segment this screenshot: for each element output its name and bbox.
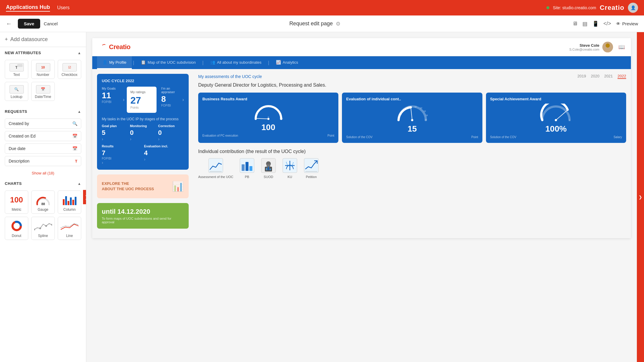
tab-my-profile[interactable]: 👤 My Profile	[97, 56, 132, 69]
svg-text:14: 14	[420, 107, 423, 109]
lookup-icon: 🔍	[10, 85, 24, 93]
requests-chevron[interactable]: ▲	[78, 110, 81, 114]
svg-text:88: 88	[41, 202, 45, 206]
svg-point-24	[411, 119, 413, 121]
plus-icon: +	[5, 36, 8, 43]
checkbox-attribute[interactable]: ☑ Checkbox	[58, 60, 81, 79]
suod-item[interactable]: SUOD	[261, 158, 276, 179]
panel-collapse-toggle[interactable]: ❯	[83, 190, 86, 204]
cancel-button[interactable]: Cancel	[44, 21, 58, 26]
show-all-button[interactable]: Show all (18)	[0, 168, 86, 178]
user-name: Steve Cole	[569, 43, 599, 48]
users-link[interactable]: Users	[57, 5, 70, 10]
monitoring-task[interactable]: Monitoring 0 ›	[130, 124, 156, 141]
preview-tabs: 👤 My Profile | 📋 Map of the UOC subdivis…	[92, 56, 631, 69]
my-goals-item[interactable]: My Goals 11 FOP/Bl	[102, 87, 121, 113]
due-date-field[interactable]: Due date 📅	[5, 143, 81, 154]
new-attributes-chevron[interactable]: ▲	[78, 51, 81, 55]
svg-rect-40	[268, 167, 269, 170]
site-status-indicator	[546, 6, 549, 9]
top-navigation: Applications Hub Users Site: studio.crea…	[0, 0, 644, 15]
spline-chart[interactable]: Spline	[31, 217, 55, 240]
year-2021[interactable]: 2021	[604, 74, 613, 79]
line-chart[interactable]: Line	[58, 217, 81, 240]
results-task[interactable]: Results 7 FOP/Bl ›	[102, 144, 142, 165]
gauge-chart[interactable]: 88 Gauge	[31, 191, 55, 214]
main-content: Creatio Steve Cole S.Cole@creatio.com 📖	[86, 32, 637, 362]
charts-chevron[interactable]: ▲	[78, 182, 81, 186]
svg-text:20: 20	[425, 119, 427, 121]
save-button[interactable]: Save	[18, 19, 40, 29]
svg-rect-32	[242, 164, 245, 171]
created-on-field[interactable]: Created on Ed 📅	[5, 131, 81, 141]
profile-icon: 👤	[102, 60, 107, 65]
settings-icon[interactable]: ⚙	[336, 21, 340, 27]
datetime-attribute[interactable]: 📅 Date/Time	[31, 82, 55, 101]
desktop-view-icon[interactable]: 🖥	[572, 21, 578, 27]
my-ratings-card[interactable]: My ratings 27 Points	[127, 87, 157, 113]
special-achievement-award[interactable]: Special Achievement Award 0 1	[486, 93, 626, 143]
add-datasource-button[interactable]: + Add datasource	[0, 32, 86, 47]
correction-task[interactable]: Correction 0 ›	[158, 124, 184, 141]
tab-uoc-subdivision[interactable]: 📋 Map of the UOC subdivision	[135, 56, 201, 69]
svg-point-5	[45, 225, 47, 227]
ku-label: KU	[287, 175, 292, 179]
year-2022[interactable]: 2022	[618, 74, 626, 79]
evaluation-task[interactable]: Evaluation incl. 4 ›	[144, 144, 184, 165]
main-layout: + Add datasource NEW ATTRIBUTES ▲ T Text…	[0, 32, 644, 362]
suod-icon	[261, 158, 276, 173]
checkbox-icon: ☑	[62, 63, 77, 71]
user-avatar-top[interactable]: 👤	[628, 3, 638, 13]
svg-text:0: 0	[268, 116, 269, 118]
award-cards: Business Results Award 0 100	[198, 93, 626, 143]
created-by-field[interactable]: Created by 🔍	[5, 118, 81, 129]
donut-chart[interactable]: Donut	[5, 217, 28, 240]
petition-label: Petition	[306, 175, 317, 179]
number-attribute[interactable]: 10 Number	[31, 60, 55, 79]
book-icon[interactable]: 📖	[618, 44, 625, 50]
back-button[interactable]: ←	[6, 20, 12, 27]
goals-arrow: ›	[123, 87, 124, 113]
creatio-logo: Creatio	[98, 43, 130, 51]
metric-chart[interactable]: 100 Metric	[5, 191, 28, 214]
left-content-column: UOC CYCLE 2022 My Goals 11 FOP/Bl › My r…	[92, 69, 193, 238]
evaluation-individual-award[interactable]: Evaluation of individual cont.. 0 4 8 1	[342, 93, 482, 143]
goal-plan-task[interactable]: Goal plan 5 ›	[102, 124, 128, 141]
tab-analytics[interactable]: 📈 Analytics	[271, 56, 304, 69]
preview-header: Creatio Steve Cole S.Cole@creatio.com 📖	[92, 38, 631, 56]
appraiser-item[interactable]: I'm an appraiser 8 FOP/Bl	[161, 87, 180, 113]
pb-item[interactable]: PB	[239, 158, 255, 179]
svg-text:12: 12	[414, 106, 417, 108]
mobile-view-icon[interactable]: 📱	[592, 21, 599, 27]
toolbar-center: Request edit page ⚙	[289, 21, 340, 27]
svg-text:0: 0	[398, 119, 399, 121]
explore-card[interactable]: EXPLORE THEABOUT THE UOC PROCESS 📊	[97, 174, 189, 198]
spline-label: Spline	[38, 234, 48, 238]
assessments-title: My assessments of the UOC cycle	[198, 74, 262, 79]
tab-subordinates[interactable]: 👥 All about my subordinates	[205, 56, 267, 69]
lookup-attribute[interactable]: 🔍 Lookup	[5, 82, 28, 101]
text-attribute[interactable]: T Text	[5, 60, 28, 79]
petition-item[interactable]: Petition	[304, 158, 319, 179]
svg-text:4: 4	[401, 113, 402, 116]
right-panel-toggle[interactable]: ❯	[637, 32, 644, 362]
app-name[interactable]: Applications Hub	[6, 4, 50, 12]
preview-button[interactable]: 👁 Preview	[616, 21, 638, 26]
svg-rect-34	[249, 166, 252, 171]
appraiser-arrow: ›	[182, 87, 184, 113]
site-label: Site: studio.creatio.com	[553, 5, 596, 10]
year-2019[interactable]: 2019	[577, 74, 586, 79]
description-field[interactable]: Description T	[5, 156, 81, 166]
assessment-uoc-item[interactable]: Assessment of the UOC	[198, 158, 233, 179]
year-2020[interactable]: 2020	[591, 74, 599, 79]
evaluation-gauge: 0 4 8 10 12 14 16 18 20	[346, 104, 478, 123]
explore-text: EXPLORE THEABOUT THE UOC PROCESS	[102, 181, 154, 192]
ku-item[interactable]: KU	[282, 158, 298, 179]
business-results-award[interactable]: Business Results Award 0 100	[198, 93, 338, 143]
svg-point-6	[51, 224, 52, 226]
special-gauge: 0 1	[490, 104, 622, 123]
preview-container: Creatio Steve Cole S.Cole@creatio.com 📖	[92, 38, 631, 238]
column-chart[interactable]: Column	[58, 191, 81, 214]
split-view-icon[interactable]: ▤	[582, 21, 587, 27]
code-view-icon[interactable]: </>	[604, 21, 611, 27]
